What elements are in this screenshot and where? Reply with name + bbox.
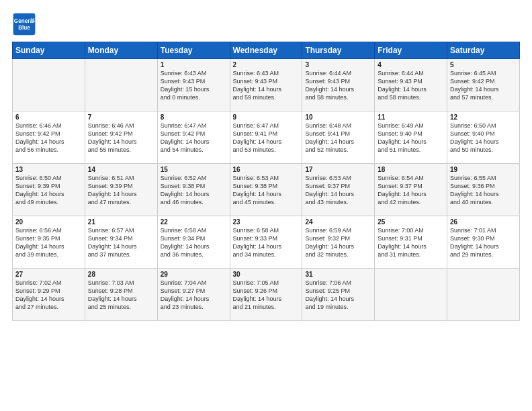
calendar-header: SundayMondayTuesdayWednesdayThursdayFrid… <box>13 42 520 59</box>
calendar-cell: 1Sunrise: 6:43 AM Sunset: 9:43 PM Daylig… <box>157 59 230 111</box>
calendar-cell <box>85 59 157 111</box>
day-number: 18 <box>378 166 444 173</box>
calendar-cell: 7Sunrise: 6:46 AM Sunset: 9:42 PM Daylig… <box>85 111 157 164</box>
week-row-1: 6Sunrise: 6:46 AM Sunset: 9:42 PM Daylig… <box>13 111 520 164</box>
calendar-cell: 9Sunrise: 6:47 AM Sunset: 9:41 PM Daylig… <box>230 111 302 164</box>
calendar-cell: 13Sunrise: 6:50 AM Sunset: 9:39 PM Dayli… <box>13 164 85 216</box>
calendar-cell: 31Sunrise: 7:06 AM Sunset: 9:25 PM Dayli… <box>302 269 375 321</box>
calendar-cell <box>13 59 85 111</box>
header: General Blue <box>12 12 520 36</box>
header-cell-monday: Monday <box>85 42 157 59</box>
header-cell-saturday: Saturday <box>447 42 520 59</box>
day-number: 2 <box>233 61 300 68</box>
logo: General Blue <box>12 12 39 36</box>
header-cell-wednesday: Wednesday <box>230 42 302 59</box>
calendar-cell: 2Sunrise: 6:43 AM Sunset: 9:43 PM Daylig… <box>230 59 302 111</box>
day-number: 30 <box>233 271 300 278</box>
day-info: Sunrise: 7:02 AM Sunset: 9:29 PM Dayligh… <box>15 279 82 312</box>
calendar-cell: 6Sunrise: 6:46 AM Sunset: 9:42 PM Daylig… <box>13 111 85 164</box>
calendar-cell: 19Sunrise: 6:55 AM Sunset: 9:36 PM Dayli… <box>447 164 520 216</box>
day-number: 7 <box>88 113 154 121</box>
day-number: 8 <box>161 113 227 121</box>
header-cell-sunday: Sunday <box>13 42 85 59</box>
day-info: Sunrise: 6:44 AM Sunset: 9:43 PM Dayligh… <box>305 69 371 102</box>
day-info: Sunrise: 6:58 AM Sunset: 9:34 PM Dayligh… <box>161 226 227 259</box>
calendar-cell: 30Sunrise: 7:05 AM Sunset: 9:26 PM Dayli… <box>230 269 302 321</box>
calendar-cell <box>447 269 520 321</box>
day-number: 6 <box>15 113 82 121</box>
calendar-cell <box>375 269 447 321</box>
calendar-cell: 3Sunrise: 6:44 AM Sunset: 9:43 PM Daylig… <box>302 59 375 111</box>
day-number: 22 <box>161 218 227 226</box>
day-number: 11 <box>378 113 444 121</box>
day-number: 15 <box>161 166 227 173</box>
day-number: 21 <box>88 218 154 226</box>
day-number: 13 <box>15 166 82 173</box>
day-info: Sunrise: 6:53 AM Sunset: 9:37 PM Dayligh… <box>305 174 371 207</box>
day-info: Sunrise: 6:54 AM Sunset: 9:37 PM Dayligh… <box>378 174 444 207</box>
calendar-cell: 5Sunrise: 6:45 AM Sunset: 9:42 PM Daylig… <box>447 59 520 111</box>
day-info: Sunrise: 6:46 AM Sunset: 9:42 PM Dayligh… <box>15 122 82 154</box>
week-row-3: 20Sunrise: 6:56 AM Sunset: 9:35 PM Dayli… <box>13 216 520 269</box>
day-info: Sunrise: 7:04 AM Sunset: 9:27 PM Dayligh… <box>161 279 227 312</box>
day-number: 29 <box>161 271 227 278</box>
day-info: Sunrise: 7:03 AM Sunset: 9:28 PM Dayligh… <box>88 279 154 312</box>
header-row: SundayMondayTuesdayWednesdayThursdayFrid… <box>13 42 520 59</box>
day-number: 14 <box>88 166 154 173</box>
calendar-cell: 14Sunrise: 6:51 AM Sunset: 9:39 PM Dayli… <box>85 164 157 216</box>
day-info: Sunrise: 7:05 AM Sunset: 9:26 PM Dayligh… <box>233 279 300 312</box>
day-info: Sunrise: 7:01 AM Sunset: 9:30 PM Dayligh… <box>450 226 517 259</box>
day-number: 24 <box>305 218 371 226</box>
day-number: 5 <box>450 61 517 68</box>
calendar-cell: 29Sunrise: 7:04 AM Sunset: 9:27 PM Dayli… <box>157 269 230 321</box>
day-number: 16 <box>233 166 300 173</box>
day-info: Sunrise: 6:50 AM Sunset: 9:40 PM Dayligh… <box>450 122 517 154</box>
calendar-cell: 24Sunrise: 6:59 AM Sunset: 9:32 PM Dayli… <box>302 216 375 269</box>
calendar-cell: 23Sunrise: 6:58 AM Sunset: 9:33 PM Dayli… <box>230 216 302 269</box>
day-info: Sunrise: 6:53 AM Sunset: 9:38 PM Dayligh… <box>233 174 300 207</box>
day-info: Sunrise: 7:06 AM Sunset: 9:25 PM Dayligh… <box>305 279 371 312</box>
day-number: 26 <box>450 218 517 226</box>
logo-icon: General Blue <box>12 12 36 36</box>
day-number: 23 <box>233 218 300 226</box>
calendar-cell: 11Sunrise: 6:49 AM Sunset: 9:40 PM Dayli… <box>375 111 447 164</box>
day-info: Sunrise: 6:44 AM Sunset: 9:43 PM Dayligh… <box>378 69 444 102</box>
calendar-cell: 15Sunrise: 6:52 AM Sunset: 9:38 PM Dayli… <box>157 164 230 216</box>
day-info: Sunrise: 6:56 AM Sunset: 9:35 PM Dayligh… <box>15 226 82 259</box>
calendar-table: SundayMondayTuesdayWednesdayThursdayFrid… <box>12 42 520 321</box>
calendar-cell: 27Sunrise: 7:02 AM Sunset: 9:29 PM Dayli… <box>13 269 85 321</box>
day-number: 19 <box>450 166 517 173</box>
day-info: Sunrise: 6:55 AM Sunset: 9:36 PM Dayligh… <box>450 174 517 207</box>
header-cell-friday: Friday <box>375 42 447 59</box>
day-info: Sunrise: 6:47 AM Sunset: 9:41 PM Dayligh… <box>233 122 300 154</box>
page: General Blue SundayMondayTuesdayWednesda… <box>0 0 532 411</box>
day-info: Sunrise: 6:58 AM Sunset: 9:33 PM Dayligh… <box>233 226 300 259</box>
day-info: Sunrise: 6:57 AM Sunset: 9:34 PM Dayligh… <box>88 226 154 259</box>
day-info: Sunrise: 6:43 AM Sunset: 9:43 PM Dayligh… <box>161 69 227 102</box>
calendar-cell: 12Sunrise: 6:50 AM Sunset: 9:40 PM Dayli… <box>447 111 520 164</box>
header-cell-tuesday: Tuesday <box>157 42 230 59</box>
day-number: 31 <box>305 271 371 278</box>
week-row-0: 1Sunrise: 6:43 AM Sunset: 9:43 PM Daylig… <box>13 59 520 111</box>
day-number: 12 <box>450 113 517 121</box>
svg-text:Blue: Blue <box>18 25 30 31</box>
day-number: 25 <box>378 218 444 226</box>
day-info: Sunrise: 6:49 AM Sunset: 9:40 PM Dayligh… <box>378 122 444 154</box>
calendar-cell: 18Sunrise: 6:54 AM Sunset: 9:37 PM Dayli… <box>375 164 447 216</box>
day-number: 27 <box>15 271 82 278</box>
day-info: Sunrise: 6:50 AM Sunset: 9:39 PM Dayligh… <box>15 174 82 207</box>
day-number: 1 <box>161 61 227 68</box>
day-info: Sunrise: 6:47 AM Sunset: 9:42 PM Dayligh… <box>161 122 227 154</box>
week-row-4: 27Sunrise: 7:02 AM Sunset: 9:29 PM Dayli… <box>13 269 520 321</box>
day-number: 17 <box>305 166 371 173</box>
day-info: Sunrise: 6:51 AM Sunset: 9:39 PM Dayligh… <box>88 174 154 207</box>
calendar-cell: 16Sunrise: 6:53 AM Sunset: 9:38 PM Dayli… <box>230 164 302 216</box>
calendar-cell: 10Sunrise: 6:48 AM Sunset: 9:41 PM Dayli… <box>302 111 375 164</box>
day-number: 3 <box>305 61 371 68</box>
calendar-cell: 17Sunrise: 6:53 AM Sunset: 9:37 PM Dayli… <box>302 164 375 216</box>
calendar-cell: 8Sunrise: 6:47 AM Sunset: 9:42 PM Daylig… <box>157 111 230 164</box>
day-number: 9 <box>233 113 300 121</box>
calendar-cell: 25Sunrise: 7:00 AM Sunset: 9:31 PM Dayli… <box>375 216 447 269</box>
calendar-cell: 4Sunrise: 6:44 AM Sunset: 9:43 PM Daylig… <box>375 59 447 111</box>
calendar-body: 1Sunrise: 6:43 AM Sunset: 9:43 PM Daylig… <box>13 59 520 321</box>
